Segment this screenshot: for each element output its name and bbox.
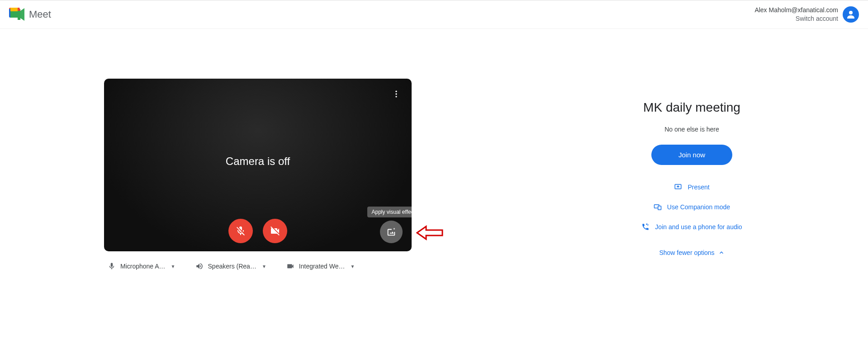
- phone-icon: [641, 223, 650, 231]
- fewer-label: Show fewer options: [659, 249, 714, 256]
- camera-off-button[interactable]: [263, 219, 287, 243]
- more-options-button[interactable]: [388, 86, 404, 102]
- join-column: MK daily meeting No one else is here Joi…: [516, 79, 868, 270]
- camera-device-label: Integrated We…: [299, 263, 345, 270]
- meeting-title: MK daily meeting: [643, 100, 740, 115]
- more-vert-icon: [392, 89, 401, 99]
- device-row: Microphone A… ▼ Speakers (Rea… ▼ Integra…: [104, 262, 516, 270]
- camera-device-selector[interactable]: Integrated We… ▼: [286, 262, 355, 270]
- svg-point-0: [849, 11, 853, 14]
- mic-icon: [108, 262, 116, 270]
- mute-mic-button[interactable]: [228, 219, 253, 243]
- chevron-down-icon: ▼: [171, 264, 175, 269]
- videocam-icon: [286, 262, 294, 270]
- speaker-icon: [195, 262, 204, 270]
- mic-off-icon: [235, 226, 246, 236]
- companion-label: Use Companion mode: [667, 203, 730, 211]
- sparkle-image-icon: [386, 227, 396, 237]
- video-preview: Camera is off Apply visual effects: [104, 79, 412, 251]
- main-content: Camera is off Apply visual effects: [0, 29, 868, 270]
- account-text: Alex Maholm@xfanatical.com Switch accoun…: [754, 6, 838, 23]
- svg-point-1: [395, 91, 397, 92]
- preview-column: Camera is off Apply visual effects: [104, 79, 516, 270]
- person-icon: [845, 9, 856, 20]
- videocam-off-icon: [270, 226, 280, 236]
- join-now-button[interactable]: Join now: [651, 145, 732, 165]
- present-icon: [674, 183, 682, 191]
- camera-status-text: Camera is off: [226, 155, 290, 168]
- speaker-device-label: Speakers (Rea…: [208, 263, 256, 270]
- meet-logo-icon: [9, 8, 25, 21]
- svg-point-3: [395, 96, 397, 97]
- phone-label: Join and use a phone for audio: [655, 223, 742, 231]
- account-area: Alex Maholm@xfanatical.com Switch accoun…: [754, 6, 859, 23]
- preview-controls: [228, 219, 287, 243]
- brand[interactable]: Meet: [9, 8, 51, 21]
- switch-account-link[interactable]: Switch account: [754, 14, 838, 23]
- svg-rect-6: [658, 206, 661, 210]
- mic-device-label: Microphone A…: [120, 263, 166, 270]
- header-bar: Meet Alex Maholm@xfanatical.com Switch a…: [0, 0, 868, 29]
- show-fewer-options-link[interactable]: Show fewer options: [659, 249, 724, 256]
- present-label: Present: [688, 184, 709, 191]
- present-link[interactable]: Present: [674, 183, 709, 191]
- mic-device-selector[interactable]: Microphone A… ▼: [108, 262, 175, 270]
- chevron-down-icon: ▼: [262, 264, 266, 269]
- svg-point-2: [395, 93, 397, 94]
- companion-icon: [654, 203, 662, 211]
- phone-audio-link[interactable]: Join and use a phone for audio: [641, 223, 742, 231]
- visual-effects-button[interactable]: [380, 221, 403, 243]
- meeting-status: No one else is here: [664, 126, 719, 133]
- companion-mode-link[interactable]: Use Companion mode: [654, 203, 730, 211]
- app-name: Meet: [29, 9, 51, 20]
- user-avatar[interactable]: [843, 6, 859, 23]
- speaker-device-selector[interactable]: Speakers (Rea… ▼: [195, 262, 266, 270]
- effects-tooltip: Apply visual effects: [367, 207, 412, 217]
- chevron-down-icon: ▼: [351, 264, 355, 269]
- chevron-up-icon: [718, 250, 725, 256]
- user-email: Alex Maholm@xfanatical.com: [754, 6, 838, 14]
